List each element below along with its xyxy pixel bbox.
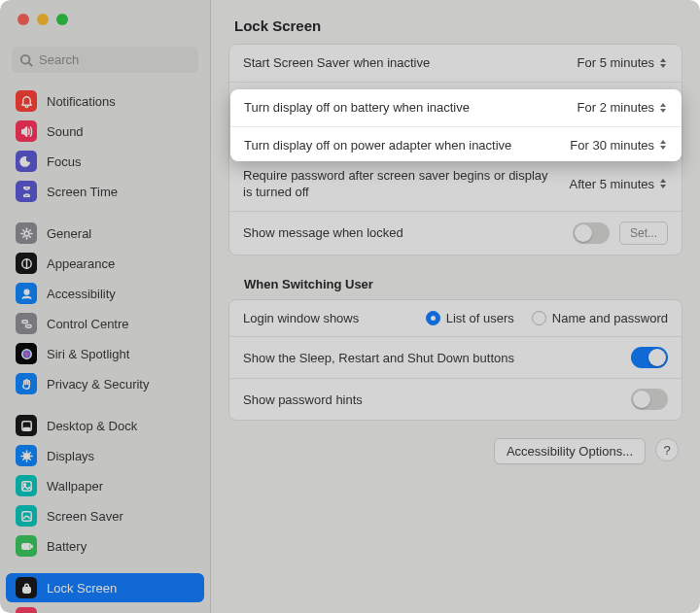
sidebar-item-label: Screen Time: [47, 185, 118, 199]
sidebar-item-screen-saver[interactable]: Screen Saver: [6, 501, 204, 530]
row-label: Show message when locked: [243, 224, 403, 242]
sidebar-item-label: Accessibility: [47, 287, 116, 301]
sidebar-item-accessibility[interactable]: Accessibility: [6, 279, 204, 308]
sidebar-item-label: Wallpaper: [47, 479, 103, 494]
row-password-hints: Show password hints: [229, 378, 682, 420]
fingerprint-icon: [16, 607, 37, 613]
row-screensaver: Start Screen Saver when inactive For 5 m…: [229, 45, 682, 82]
minimize-window-button[interactable]: [37, 14, 49, 25]
switches-icon: [16, 313, 37, 334]
speaker-icon: [16, 120, 37, 142]
svg-point-10: [23, 453, 29, 459]
row-label: Turn display off on power adapter when i…: [243, 129, 510, 147]
sidebar-item-wallpaper[interactable]: Wallpaper: [6, 471, 204, 500]
sun-icon: [16, 445, 37, 466]
appearance-icon: [16, 253, 37, 274]
sidebar-item-label: Sound: [47, 124, 84, 139]
svg-point-0: [21, 54, 30, 63]
sidebar: NotificationsSoundFocusScreen TimeGenera…: [0, 0, 211, 613]
sidebar-item-label: Focus: [47, 154, 81, 169]
svg-rect-9: [23, 427, 30, 429]
moon-icon: [16, 151, 37, 172]
bell-icon: [16, 90, 37, 112]
sidebar-item-control-centre[interactable]: Control Centre: [6, 309, 204, 338]
sidebar-item-label: Appearance: [47, 256, 115, 271]
sidebar-item-sound[interactable]: Sound: [6, 117, 204, 146]
svg-rect-16: [22, 544, 28, 548]
row-label: Show password hints: [243, 392, 363, 409]
svg-rect-6: [25, 324, 31, 327]
updown-icon: [658, 177, 668, 190]
password-hints-toggle[interactable]: [631, 389, 668, 410]
display-power-popup[interactable]: For 30 minutes: [570, 130, 668, 145]
sidebar-item-label: Desktop & Dock: [47, 419, 137, 433]
sidebar-item-label: Battery: [47, 539, 87, 554]
help-button[interactable]: ?: [655, 438, 679, 461]
svg-line-1: [29, 62, 33, 66]
sidebar-item-desktop-dock[interactable]: Desktop & Dock: [6, 411, 204, 440]
row-display-battery: Turn display off on battery when inactiv…: [229, 82, 682, 119]
sidebar-item-label: Siri & Spotlight: [47, 347, 129, 361]
accessibility-options-button[interactable]: Accessibility Options...: [494, 438, 646, 464]
set-message-button[interactable]: Set...: [619, 221, 668, 245]
sidebar-item-screen-time[interactable]: Screen Time: [6, 177, 204, 206]
battery-icon: [16, 535, 37, 557]
dock-icon: [16, 415, 37, 436]
sidebar-item-label: Notifications: [47, 94, 116, 109]
row-display-power: Turn display off on power adapter when i…: [229, 119, 682, 156]
sidebar-item-siri-spotlight[interactable]: Siri & Spotlight: [6, 339, 204, 368]
updown-icon: [658, 56, 668, 70]
sidebar-item-label: Control Centre: [47, 317, 129, 331]
sidebar-item-notifications[interactable]: Notifications: [6, 86, 204, 116]
sidebar-item-lock-screen[interactable]: Lock Screen: [6, 573, 204, 602]
gear-icon: [16, 222, 37, 244]
row-sleep-buttons: Show the Sleep, Restart and Shut Down bu…: [229, 336, 682, 378]
row-login-window: Login window shows List of users Name an…: [229, 300, 682, 337]
sidebar-item-label: Privacy & Security: [47, 377, 149, 392]
lock-icon: [16, 577, 37, 598]
radio-name-password[interactable]: Name and password: [532, 311, 668, 325]
sidebar-item-label: General: [47, 226, 91, 241]
window-controls: [0, 0, 210, 33]
svg-point-12: [23, 483, 25, 485]
sidebar-item-touch-id-password[interactable]: Touch ID & Password: [6, 603, 204, 613]
siri-icon: [16, 343, 37, 364]
require-password-popup[interactable]: After 5 minutes: [570, 177, 668, 191]
updown-icon: [658, 93, 668, 107]
sidebar-item-appearance[interactable]: Appearance: [6, 249, 204, 278]
radio-list-of-users[interactable]: List of users: [426, 311, 514, 325]
sidebar-scroll[interactable]: NotificationsSoundFocusScreen TimeGenera…: [0, 81, 210, 613]
sidebar-item-label: Lock Screen: [47, 581, 117, 596]
zoom-window-button[interactable]: [56, 14, 68, 25]
sidebar-item-label: Screen Saver: [47, 509, 123, 524]
display-battery-popup[interactable]: For 2 minutes: [578, 93, 668, 108]
row-label: Start Screen Saver when inactive: [243, 54, 430, 72]
search-icon: [19, 53, 33, 67]
sidebar-item-general[interactable]: General: [6, 219, 204, 248]
page-title: Lock Screen: [234, 17, 677, 34]
lockscreen-card: Start Screen Saver when inactive For 5 m…: [228, 44, 682, 255]
close-window-button[interactable]: [18, 14, 29, 25]
screensaver-icon: [16, 505, 37, 527]
hourglass-icon: [16, 181, 37, 202]
svg-rect-5: [21, 320, 27, 323]
updown-icon: [658, 131, 668, 145]
show-message-toggle[interactable]: [573, 222, 610, 244]
sidebar-item-label: Displays: [47, 449, 94, 463]
screensaver-popup[interactable]: For 5 minutes: [578, 55, 668, 70]
wallpaper-icon: [16, 475, 37, 496]
sidebar-item-displays[interactable]: Displays: [6, 441, 204, 470]
row-label: Turn display off on battery when inactiv…: [243, 92, 469, 110]
svg-point-4: [24, 289, 29, 294]
row-show-message: Show message when locked Set...: [229, 211, 682, 255]
sleep-buttons-toggle[interactable]: [631, 347, 668, 368]
content-pane: Lock Screen Start Screen Saver when inac…: [211, 0, 700, 613]
sidebar-item-privacy-security[interactable]: Privacy & Security: [6, 369, 204, 398]
svg-point-7: [21, 349, 30, 358]
search-input[interactable]: [12, 47, 198, 73]
switching-card: Login window shows List of users Name an…: [228, 299, 682, 422]
sidebar-item-battery[interactable]: Battery: [6, 531, 204, 561]
sidebar-item-focus[interactable]: Focus: [6, 147, 204, 176]
person-icon: [16, 283, 37, 304]
svg-rect-15: [30, 545, 31, 547]
